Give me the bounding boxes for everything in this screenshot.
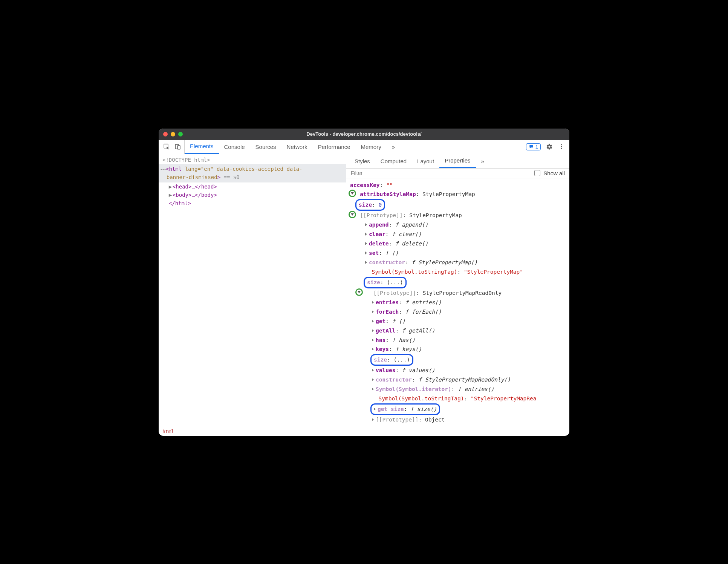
- prop-symbol-tostringtag-2[interactable]: Symbol(Symbol.toStringTag): "StyleProper…: [350, 394, 567, 403]
- side-tab-layout[interactable]: Layout: [412, 154, 439, 168]
- dom-head-element[interactable]: ▶<head>…</head>: [159, 182, 346, 191]
- device-toolbar-icon[interactable]: [174, 143, 181, 150]
- main-toolbar: Elements Console Sources Network Perform…: [159, 140, 569, 154]
- expand-toggle-icon[interactable]: [349, 190, 356, 197]
- prop-size-0[interactable]: size: 0: [350, 199, 567, 211]
- side-tab-styles[interactable]: Styles: [349, 154, 375, 168]
- show-all-label: Show all: [543, 170, 565, 176]
- prop-get-size[interactable]: get size: f size(): [350, 403, 567, 415]
- expand-toggle-icon[interactable]: [355, 288, 363, 296]
- prop-prototype-2[interactable]: [[Prototype]]: StylePropertyMapReadOnly: [350, 288, 567, 298]
- prop-size-ellipsis-2[interactable]: size: (...): [350, 354, 567, 366]
- devtools-window: DevTools - developer.chrome.com/docs/dev…: [159, 129, 569, 436]
- window-title: DevTools - developer.chrome.com/docs/dev…: [159, 131, 569, 137]
- prop-values[interactable]: values: f values(): [350, 366, 567, 375]
- side-tab-properties[interactable]: Properties: [439, 154, 476, 168]
- tab-memory[interactable]: Memory: [356, 140, 387, 154]
- sidebar-panel: Styles Computed Layout Properties » Show…: [346, 154, 569, 436]
- tab-console[interactable]: Console: [219, 140, 250, 154]
- tab-elements[interactable]: Elements: [185, 140, 219, 154]
- svg-point-5: [561, 148, 562, 149]
- titlebar: DevTools - developer.chrome.com/docs/dev…: [159, 129, 569, 140]
- issues-button[interactable]: 1: [526, 143, 541, 150]
- dom-doctype[interactable]: <!DOCTYPE html>: [159, 156, 346, 164]
- settings-icon[interactable]: [546, 143, 553, 150]
- prop-symbol-iterator[interactable]: Symbol(Symbol.iterator): f entries(): [350, 385, 567, 394]
- prop-getall[interactable]: getAll: f getAll(): [350, 326, 567, 336]
- filter-row: Show all: [346, 169, 569, 178]
- prop-has[interactable]: has: f has(): [350, 336, 567, 345]
- dom-tree[interactable]: <!DOCTYPE html> •••<html lang="en" data-…: [159, 154, 346, 427]
- issues-count: 1: [535, 144, 538, 150]
- prop-attributestylemap[interactable]: attributeStyleMap: StylePropertyMap: [350, 190, 567, 199]
- tab-network[interactable]: Network: [281, 140, 313, 154]
- tab-sources[interactable]: Sources: [250, 140, 281, 154]
- minimize-window-button[interactable]: [171, 132, 175, 136]
- prop-accesskey[interactable]: accessKey: "": [350, 181, 567, 190]
- breadcrumb[interactable]: html: [159, 427, 346, 436]
- prop-get[interactable]: get: f (): [350, 317, 567, 326]
- sidebar-tabs: Styles Computed Layout Properties »: [346, 154, 569, 169]
- tab-performance[interactable]: Performance: [313, 140, 356, 154]
- tabs-overflow-button[interactable]: »: [387, 140, 400, 154]
- prop-constructor-2[interactable]: constructor: f StylePropertyMapReadOnly(…: [350, 375, 567, 385]
- prop-entries[interactable]: entries: f entries(): [350, 298, 567, 307]
- prop-keys[interactable]: keys: f keys(): [350, 345, 567, 354]
- toolbar-left-icons: [160, 140, 185, 154]
- content-area: <!DOCTYPE html> •••<html lang="en" data-…: [159, 154, 569, 436]
- side-tabs-overflow[interactable]: »: [476, 154, 489, 168]
- filter-input[interactable]: [351, 170, 531, 176]
- prop-symbol-tostringtag-1[interactable]: Symbol(Symbol.toStringTag): "StyleProper…: [350, 267, 567, 277]
- prop-append[interactable]: append: f append(): [350, 220, 567, 230]
- prop-size-ellipsis-1[interactable]: size: (...): [350, 277, 567, 288]
- toolbar-right: 1: [526, 140, 568, 154]
- svg-point-4: [561, 146, 562, 147]
- expand-toggle-icon[interactable]: [349, 211, 356, 218]
- prop-clear[interactable]: clear: f clear(): [350, 230, 567, 239]
- dom-html-element[interactable]: •••<html lang="en" data-cookies-accepted…: [159, 164, 346, 182]
- side-tab-computed[interactable]: Computed: [375, 154, 412, 168]
- prop-constructor-1[interactable]: constructor: f StylePropertyMap(): [350, 258, 567, 267]
- prop-prototype-1[interactable]: [[Prototype]]: StylePropertyMap: [350, 211, 567, 220]
- inspect-element-icon[interactable]: [163, 143, 170, 150]
- prop-foreach[interactable]: forEach: f forEach(): [350, 307, 567, 317]
- elements-panel: <!DOCTYPE html> •••<html lang="en" data-…: [159, 154, 346, 436]
- close-window-button[interactable]: [163, 132, 168, 136]
- svg-point-3: [561, 144, 562, 145]
- prop-set[interactable]: set: f (): [350, 248, 567, 258]
- kebab-menu-icon[interactable]: [558, 143, 565, 150]
- dom-html-close[interactable]: </html>: [159, 199, 346, 207]
- properties-tree[interactable]: accessKey: "" attributeStyleMap: StylePr…: [346, 178, 569, 436]
- prop-delete[interactable]: delete: f delete(): [350, 239, 567, 248]
- ellipsis-icon: •••: [160, 167, 166, 172]
- main-tabs: Elements Console Sources Network Perform…: [185, 140, 400, 154]
- traffic-lights: [163, 132, 183, 136]
- prop-prototype-3[interactable]: [[Prototype]]: Object: [350, 415, 567, 425]
- zoom-window-button[interactable]: [178, 132, 183, 136]
- svg-rect-2: [177, 146, 180, 149]
- show-all-checkbox[interactable]: [534, 170, 540, 176]
- dom-body-element[interactable]: ▶<body>…</body>: [159, 191, 346, 199]
